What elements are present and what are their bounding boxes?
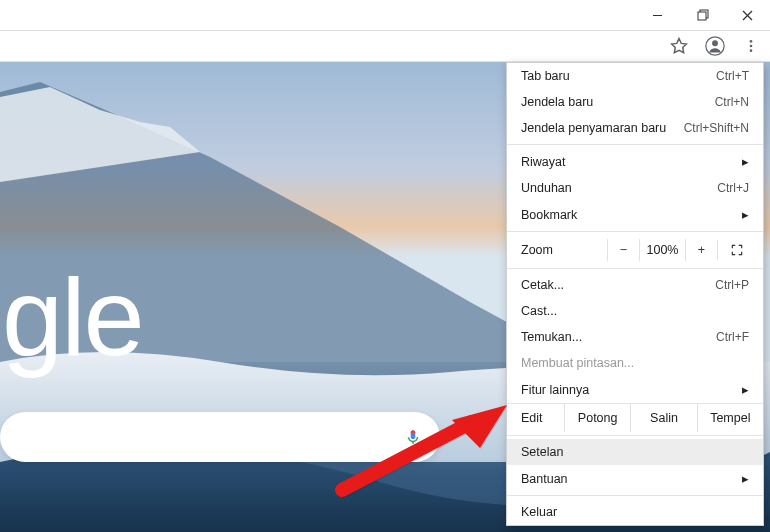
submenu-chevron-icon: ▸ bbox=[742, 207, 749, 222]
zoom-out-button[interactable]: − bbox=[607, 239, 639, 261]
menu-label: Fitur lainnya bbox=[521, 383, 589, 397]
bookmark-star-icon[interactable] bbox=[666, 33, 692, 59]
edit-paste-button[interactable]: Tempel bbox=[698, 404, 763, 432]
profile-avatar-icon[interactable] bbox=[702, 33, 728, 59]
window-minimize-button[interactable] bbox=[635, 0, 680, 30]
menu-item-print[interactable]: Cetak... Ctrl+P bbox=[507, 272, 763, 298]
window-close-button[interactable] bbox=[725, 0, 770, 30]
menu-item-downloads[interactable]: Unduhan Ctrl+J bbox=[507, 175, 763, 201]
menu-item-new-tab[interactable]: Tab baru Ctrl+T bbox=[507, 63, 763, 89]
chrome-overflow-menu: Tab baru Ctrl+T Jendela baru Ctrl+N Jend… bbox=[506, 62, 764, 526]
menu-separator bbox=[507, 144, 763, 145]
menu-label: Zoom bbox=[521, 243, 607, 257]
menu-separator bbox=[507, 231, 763, 232]
menu-shortcut: Ctrl+P bbox=[715, 278, 749, 292]
submenu-chevron-icon: ▸ bbox=[742, 154, 749, 169]
edit-cut-button[interactable]: Potong bbox=[565, 404, 631, 432]
menu-label: Jendela penyamaran baru bbox=[521, 121, 666, 135]
svg-marker-5 bbox=[672, 39, 687, 53]
svg-rect-2 bbox=[698, 12, 706, 20]
menu-label: Setelan bbox=[521, 445, 563, 459]
menu-separator bbox=[507, 435, 763, 436]
menu-label: Cast... bbox=[521, 304, 557, 318]
menu-shortcut: Ctrl+J bbox=[717, 181, 749, 195]
menu-item-help[interactable]: Bantuan ▸ bbox=[507, 465, 763, 492]
menu-item-bookmarks[interactable]: Bookmark ▸ bbox=[507, 201, 763, 228]
fullscreen-button[interactable] bbox=[717, 240, 755, 260]
edit-copy-button[interactable]: Salin bbox=[631, 404, 697, 432]
svg-point-10 bbox=[750, 49, 753, 52]
submenu-chevron-icon: ▸ bbox=[742, 471, 749, 486]
more-menu-icon[interactable] bbox=[738, 33, 764, 59]
menu-item-create-shortcut: Membuat pintasan... bbox=[507, 350, 763, 376]
menu-label: Edit bbox=[507, 404, 565, 432]
menu-label: Unduhan bbox=[521, 181, 572, 195]
menu-label: Temukan... bbox=[521, 330, 582, 344]
annotation-arrow-icon bbox=[332, 400, 512, 504]
window-titlebar bbox=[0, 0, 770, 30]
menu-shortcut: Ctrl+N bbox=[715, 95, 749, 109]
menu-shortcut: Ctrl+T bbox=[716, 69, 749, 83]
menu-label: Keluar bbox=[521, 505, 557, 519]
menu-item-history[interactable]: Riwayat ▸ bbox=[507, 148, 763, 175]
menu-item-find[interactable]: Temukan... Ctrl+F bbox=[507, 324, 763, 350]
menu-label: Riwayat bbox=[521, 155, 565, 169]
menu-item-incognito[interactable]: Jendela penyamaran baru Ctrl+Shift+N bbox=[507, 115, 763, 141]
svg-point-8 bbox=[750, 40, 753, 43]
menu-item-zoom: Zoom − 100% + bbox=[507, 235, 763, 265]
menu-shortcut: Ctrl+Shift+N bbox=[684, 121, 749, 135]
menu-item-settings[interactable]: Setelan bbox=[507, 439, 763, 465]
menu-label: Membuat pintasan... bbox=[521, 356, 634, 370]
menu-separator bbox=[507, 495, 763, 496]
menu-separator bbox=[507, 268, 763, 269]
menu-label: Tab baru bbox=[521, 69, 570, 83]
browser-toolbar bbox=[0, 30, 770, 62]
menu-item-exit[interactable]: Keluar bbox=[507, 499, 763, 525]
menu-item-new-window[interactable]: Jendela baru Ctrl+N bbox=[507, 89, 763, 115]
zoom-in-button[interactable]: + bbox=[685, 239, 717, 261]
svg-point-7 bbox=[712, 40, 718, 46]
window-maximize-button[interactable] bbox=[680, 0, 725, 30]
menu-label: Jendela baru bbox=[521, 95, 593, 109]
google-logo-fragment: gle bbox=[2, 262, 143, 372]
menu-item-cast[interactable]: Cast... bbox=[507, 298, 763, 324]
menu-item-edit-row: Edit Potong Salin Tempel bbox=[507, 403, 763, 432]
zoom-value: 100% bbox=[639, 239, 685, 261]
menu-label: Bantuan bbox=[521, 472, 568, 486]
submenu-chevron-icon: ▸ bbox=[742, 382, 749, 397]
svg-marker-12 bbox=[452, 405, 507, 448]
menu-label: Bookmark bbox=[521, 208, 577, 222]
svg-point-9 bbox=[750, 45, 753, 48]
menu-item-more-tools[interactable]: Fitur lainnya ▸ bbox=[507, 376, 763, 403]
menu-label: Cetak... bbox=[521, 278, 564, 292]
menu-shortcut: Ctrl+F bbox=[716, 330, 749, 344]
